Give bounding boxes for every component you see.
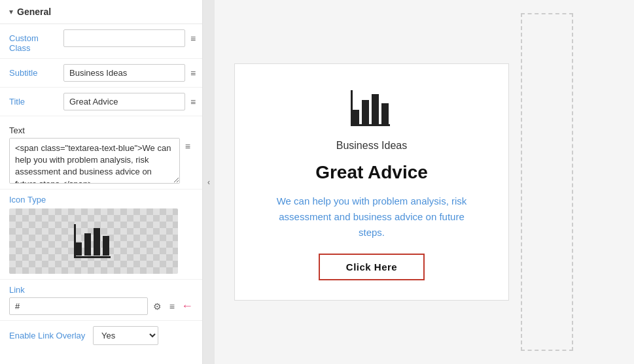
subtitle-row: Subtitle ≡ xyxy=(0,59,202,88)
svg-rect-9 xyxy=(381,103,389,124)
subtitle-label: Subtitle xyxy=(9,64,58,78)
subtitle-input[interactable] xyxy=(63,64,185,82)
bar-chart-icon-preview xyxy=(74,224,113,258)
subtitle-menu-btn[interactable]: ≡ xyxy=(188,67,198,79)
svg-rect-0 xyxy=(75,242,82,256)
text-menu-btn[interactable]: ≡ xyxy=(183,141,193,152)
svg-rect-6 xyxy=(352,110,359,124)
preview-card: Business Ideas Great Advice We can help … xyxy=(234,63,509,301)
link-label: Link xyxy=(9,285,193,295)
title-input-wrapper: ≡ xyxy=(63,93,198,110)
custom-class-input-wrapper: ≡ xyxy=(63,29,198,47)
svg-rect-2 xyxy=(94,228,100,256)
svg-rect-10 xyxy=(351,124,390,126)
text-row: Text <span class="textarea-text-blue">We… xyxy=(0,116,202,190)
title-input[interactable] xyxy=(63,93,185,110)
custom-class-menu-btn[interactable]: ≡ xyxy=(188,33,198,44)
right-preview-panel: Business Ideas Great Advice We can help … xyxy=(215,0,634,364)
icon-type-section: Icon Type xyxy=(0,190,202,280)
custom-class-input[interactable] xyxy=(63,29,185,47)
title-label: Title xyxy=(9,93,58,107)
preview-text: We can help you with problem analysis, r… xyxy=(267,193,476,240)
link-section: Link ⚙ ≡ ← xyxy=(0,280,202,321)
section-header: ▾ General xyxy=(0,0,202,24)
link-input-row: ⚙ ≡ ← xyxy=(9,297,193,315)
link-menu-btn[interactable]: ≡ xyxy=(167,301,177,312)
left-settings-panel: ▾ General Custom Class ≡ Subtitle ≡ Titl… xyxy=(0,0,203,364)
text-label: Text xyxy=(9,122,193,135)
custom-class-row: Custom Class ≡ xyxy=(0,24,202,59)
svg-rect-1 xyxy=(84,233,91,256)
enable-link-select[interactable]: Yes No xyxy=(93,326,158,345)
icon-preview-box[interactable] xyxy=(9,208,178,274)
title-row: Title ≡ xyxy=(0,88,202,116)
text-area-inner: <span class="textarea-text-blue">We can … xyxy=(9,138,193,184)
svg-rect-5 xyxy=(74,224,76,258)
svg-rect-3 xyxy=(103,236,109,256)
custom-class-label: Custom Class xyxy=(9,29,58,53)
icon-type-label: Icon Type xyxy=(9,195,193,205)
arrow-indicator: ← xyxy=(181,299,193,313)
collapse-panel-button[interactable]: ‹ xyxy=(203,0,215,364)
preview-text-blue: We can help you with problem analysis, r… xyxy=(277,195,467,238)
enable-link-label: Enable Link Overlay xyxy=(9,331,88,340)
preview-icon xyxy=(351,90,393,129)
svg-rect-4 xyxy=(74,256,111,258)
section-title: General xyxy=(17,7,51,17)
preview-bar-chart-icon xyxy=(351,90,393,127)
chevron-down-icon: ▾ xyxy=(9,7,13,16)
svg-rect-11 xyxy=(351,90,353,126)
preview-title: Great Advice xyxy=(315,162,428,183)
title-menu-btn[interactable]: ≡ xyxy=(188,96,198,108)
enable-link-overlay-row: Enable Link Overlay Yes No xyxy=(0,321,202,350)
link-input[interactable] xyxy=(9,297,148,315)
subtitle-input-wrapper: ≡ xyxy=(63,64,198,82)
dashed-right-area xyxy=(521,13,573,351)
preview-click-here-button[interactable]: Click Here xyxy=(319,254,425,280)
link-gear-btn[interactable]: ⚙ xyxy=(150,301,164,312)
text-textarea[interactable]: <span class="textarea-text-blue">We can … xyxy=(9,138,180,184)
svg-rect-8 xyxy=(372,94,379,124)
svg-rect-7 xyxy=(362,100,369,124)
preview-subtitle: Business Ideas xyxy=(336,140,408,152)
